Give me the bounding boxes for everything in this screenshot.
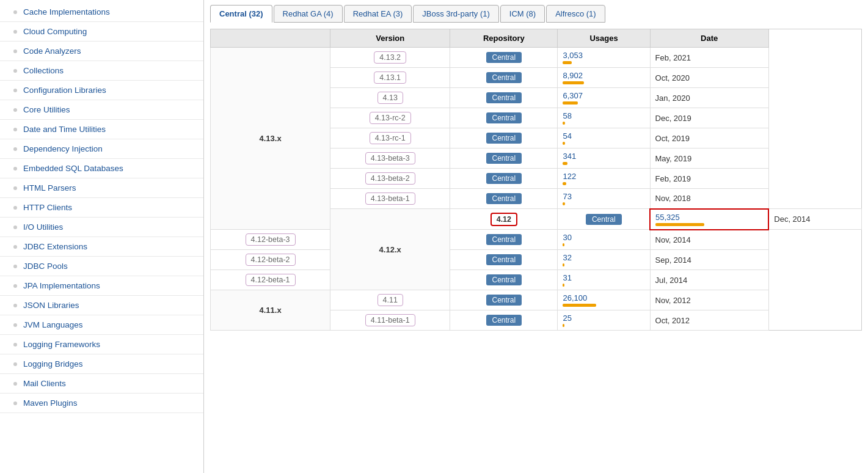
version-cell: 4.13-beta-2	[330, 169, 450, 189]
version-cell: 4.12-beta-3	[211, 230, 330, 250]
usages-number: 31	[563, 273, 644, 282]
version-badge[interactable]: 4.13-rc-1	[370, 132, 411, 144]
sidebar-item-label: Maven Plugins	[23, 398, 78, 408]
usages-cell: 54	[558, 128, 650, 148]
repo-cell: Central	[450, 250, 558, 270]
sidebar-item-label: JDBC Extensions	[23, 242, 87, 251]
sidebar-item-cache-implementations[interactable]: Cache Implementations	[0, 2, 203, 22]
bullet-icon	[13, 89, 17, 92]
version-cell: 4.12-beta-2	[211, 250, 330, 270]
usages-number: 32	[563, 253, 644, 262]
repo-cell: Central	[450, 148, 558, 169]
date-cell: May, 2019	[650, 148, 768, 169]
version-cell: 4.12-beta-1	[211, 270, 330, 290]
version-badge[interactable]: 4.13.2	[374, 51, 406, 64]
date-cell: Dec, 2014	[768, 209, 861, 230]
sidebar-item-logging-frameworks[interactable]: Logging Frameworks	[0, 335, 203, 354]
repo-cell: Central	[450, 108, 558, 128]
repo-cell: Central	[558, 209, 650, 230]
sidebar-item-jvm-languages[interactable]: JVM Languages	[0, 315, 203, 335]
repo-cell: Central	[450, 270, 558, 290]
sidebar-item-label: Configuration Libraries	[23, 86, 106, 95]
table-row: 4.11.x4.11Central26,100Nov, 2012	[211, 290, 862, 310]
version-cell: 4.11-beta-1	[330, 310, 450, 331]
sidebar-item-mail-clients[interactable]: Mail Clients	[0, 374, 203, 394]
table-row: 4.12-beta-3Central30Nov, 2014	[211, 230, 862, 250]
sidebar-item-label: Dependency Injection	[23, 144, 103, 153]
repo-badge: Central	[486, 274, 522, 285]
sidebar-item-label: HTML Parsers	[23, 183, 76, 193]
sidebar-item-dependency-injection[interactable]: Dependency Injection	[0, 139, 203, 159]
bullet-icon	[13, 226, 17, 229]
usages-cell: 58	[558, 108, 650, 128]
sidebar-item-i/o-utilities[interactable]: I/O Utilities	[0, 218, 203, 237]
tab-icm--8-[interactable]: ICM (8)	[500, 5, 545, 23]
date-cell: Jul, 2014	[650, 270, 768, 290]
version-badge[interactable]: 4.13-beta-3	[365, 152, 415, 164]
usages-bar	[563, 243, 564, 246]
sidebar-item-http-clients[interactable]: HTTP Clients	[0, 198, 203, 218]
table-row: 4.12-beta-2Central32Sep, 2014	[211, 250, 862, 270]
sidebar-item-label: Code Analyzers	[23, 46, 81, 56]
tab-central--32-[interactable]: Central (32)	[210, 5, 272, 23]
version-badge[interactable]: 4.12-beta-3	[246, 233, 296, 246]
usages-cell: 55,325	[650, 209, 768, 230]
sidebar-item-configuration-libraries[interactable]: Configuration Libraries	[0, 81, 203, 100]
date-cell: Feb, 2019	[650, 169, 768, 189]
usages-cell: 341	[558, 148, 650, 169]
sidebar-item-cloud-computing[interactable]: Cloud Computing	[0, 22, 203, 42]
version-badge[interactable]: 4.11-beta-1	[365, 314, 415, 326]
version-badge[interactable]: 4.11	[377, 294, 403, 306]
sidebar-item-label: Cache Implementations	[23, 7, 110, 16]
sidebar-item-logging-bridges[interactable]: Logging Bridges	[0, 354, 203, 374]
usages-bar	[563, 81, 584, 84]
version-badge[interactable]: 4.12-beta-2	[246, 254, 296, 266]
sidebar-item-jpa-implementations[interactable]: JPA Implementations	[0, 276, 203, 296]
sidebar-item-label: HTTP Clients	[23, 203, 72, 212]
sidebar-item-jdbc-pools[interactable]: JDBC Pools	[0, 257, 203, 276]
sidebar-item-maven-plugins[interactable]: Maven Plugins	[0, 394, 203, 413]
bullet-icon	[13, 69, 17, 73]
sidebar-item-jdbc-extensions[interactable]: JDBC Extensions	[0, 237, 203, 257]
sidebar: Cache ImplementationsCloud ComputingCode…	[0, 0, 204, 473]
tab-redhat-ea--3-[interactable]: Redhat EA (3)	[344, 5, 412, 23]
bullet-icon	[13, 265, 17, 268]
repo-badge: Central	[486, 72, 522, 83]
version-badge[interactable]: 4.12-beta-1	[246, 274, 296, 286]
tab-redhat-ga--4-[interactable]: Redhat GA (4)	[274, 5, 343, 23]
version-group-label: 4.11.x	[211, 290, 330, 331]
bullet-icon	[13, 128, 17, 131]
repo-badge: Central	[586, 214, 622, 225]
sidebar-item-json-libraries[interactable]: JSON Libraries	[0, 296, 203, 315]
sidebar-item-label: Date and Time Utilities	[23, 125, 106, 134]
tab-jboss-3rd-party--1-[interactable]: JBoss 3rd-party (1)	[413, 5, 499, 23]
usages-cell: 32	[558, 250, 650, 270]
version-badge[interactable]: 4.13.1	[374, 72, 406, 84]
date-cell: Dec, 2019	[650, 108, 768, 128]
usages-number: 3,053	[563, 51, 644, 60]
sidebar-item-embedded-sql-databases[interactable]: Embedded SQL Databases	[0, 159, 203, 178]
version-badge[interactable]: 4.13-beta-2	[365, 172, 415, 185]
usages-number: 55,325	[655, 213, 763, 222]
table-row: 4.12-beta-1Central31Jul, 2014	[211, 270, 862, 290]
usages-cell: 26,100	[558, 290, 650, 310]
sidebar-item-date-and-time-utilities[interactable]: Date and Time Utilities	[0, 120, 203, 139]
version-badge[interactable]: 4.12	[491, 213, 517, 226]
version-badge[interactable]: 4.13-beta-1	[365, 193, 415, 205]
sidebar-item-label: JDBC Pools	[23, 262, 68, 271]
tab-bar: Central (32)Redhat GA (4)Redhat EA (3)JB…	[210, 5, 862, 23]
sidebar-item-collections[interactable]: Collections	[0, 61, 203, 81]
version-group-label: 4.12.x	[330, 209, 450, 290]
bullet-icon	[13, 206, 17, 210]
usages-number: 58	[563, 111, 644, 120]
sidebar-item-label: Logging Bridges	[23, 359, 83, 369]
version-badge[interactable]: 4.13-rc-2	[370, 112, 411, 124]
date-cell: Nov, 2014	[650, 230, 768, 250]
repo-badge: Central	[486, 254, 522, 265]
repo-badge: Central	[486, 133, 522, 144]
tab-alfresco--1-[interactable]: Alfresco (1)	[546, 5, 605, 23]
version-badge[interactable]: 4.13	[377, 92, 403, 104]
sidebar-item-code-analyzers[interactable]: Code Analyzers	[0, 42, 203, 61]
sidebar-item-core-utilities[interactable]: Core Utilities	[0, 100, 203, 120]
sidebar-item-html-parsers[interactable]: HTML Parsers	[0, 178, 203, 198]
